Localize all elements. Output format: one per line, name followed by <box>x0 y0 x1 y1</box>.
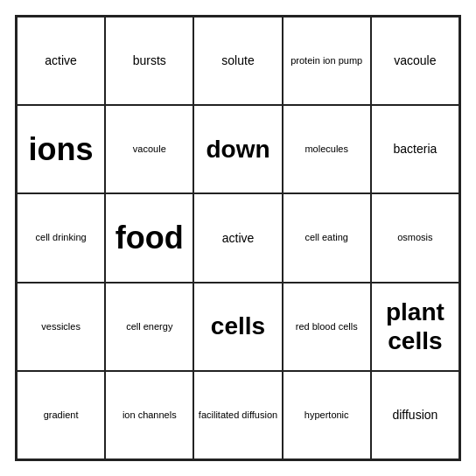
bingo-cell: cell drinking <box>17 193 105 282</box>
cell-text: bacteria <box>393 142 437 157</box>
cell-text: active <box>222 231 255 246</box>
cell-text: bursts <box>133 53 166 68</box>
bingo-cell: food <box>105 193 193 282</box>
bingo-cell: osmosis <box>371 193 459 282</box>
cell-text: molecules <box>304 144 348 155</box>
cell-text: vacoule <box>133 144 166 155</box>
bingo-cell: ion channels <box>105 371 193 459</box>
bingo-cell: solute <box>193 17 282 105</box>
cell-text: active <box>45 53 77 68</box>
bingo-cell: bacteria <box>371 105 459 193</box>
bingo-cell: cell energy <box>105 283 193 371</box>
bingo-cell: molecules <box>283 105 371 193</box>
cell-text: cells <box>211 312 265 341</box>
cell-text: ions <box>29 130 94 168</box>
cell-text: vacoule <box>394 53 436 68</box>
bingo-cell: vacoule <box>371 17 459 105</box>
bingo-cell: hypertonic <box>283 371 371 459</box>
bingo-cell: red blood cells <box>283 283 371 371</box>
cell-text: solute <box>221 53 254 68</box>
bingo-cell: ions <box>17 105 105 193</box>
bingo-cell: vacoule <box>105 105 193 193</box>
cell-text: cell energy <box>126 321 172 332</box>
cell-text: cell eating <box>304 232 348 243</box>
cell-text: hypertonic <box>304 410 349 421</box>
cell-text: facilitated diffusion <box>199 410 277 421</box>
bingo-cell: active <box>193 193 282 282</box>
cell-text: osmosis <box>397 232 432 243</box>
cell-text: ion channels <box>122 410 177 421</box>
bingo-cell: facilitated diffusion <box>193 371 282 459</box>
cell-text: diffusion <box>392 408 438 423</box>
bingo-cell: active <box>17 17 105 105</box>
bingo-cell: bursts <box>105 17 193 105</box>
cell-text: down <box>206 135 270 164</box>
cell-text: plant cells <box>375 298 455 356</box>
bingo-cell: cells <box>193 283 282 371</box>
bingo-board: activeburstssoluteprotein ion pumpvacoul… <box>15 15 461 461</box>
bingo-cell: gradient <box>17 371 105 459</box>
cell-text: vessicles <box>41 321 80 332</box>
cell-text: protein ion pump <box>290 55 362 66</box>
bingo-cell: protein ion pump <box>283 17 371 105</box>
cell-text: cell drinking <box>36 232 87 243</box>
bingo-cell: plant cells <box>371 283 459 371</box>
bingo-cell: cell eating <box>283 193 371 282</box>
cell-text: food <box>116 219 184 256</box>
bingo-cell: vessicles <box>17 283 105 371</box>
bingo-cell: down <box>193 105 282 193</box>
bingo-cell: diffusion <box>371 371 459 459</box>
cell-text: gradient <box>44 410 79 421</box>
cell-text: red blood cells <box>296 321 358 332</box>
